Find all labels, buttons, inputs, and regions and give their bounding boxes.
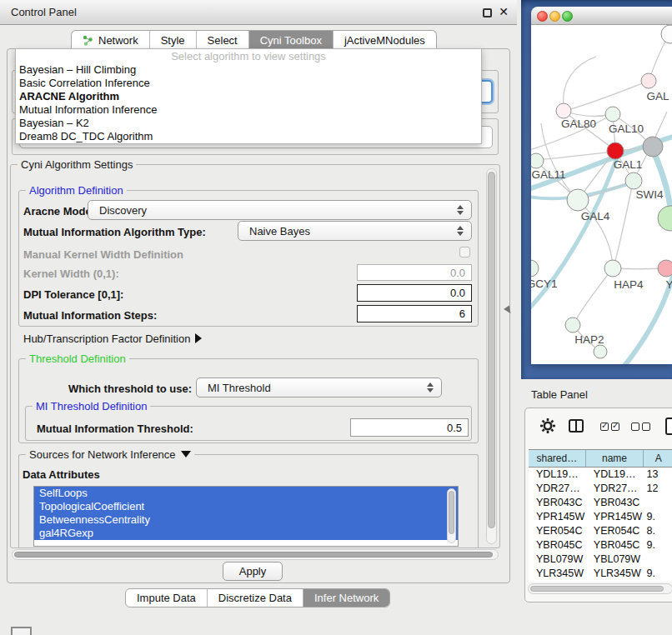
algorithm-option[interactable]: Dream8 DC_TDC Algorithm [16, 130, 481, 143]
network-node[interactable] [556, 103, 571, 118]
tab-cyni-toolbox[interactable]: Cyni Toolbox [249, 31, 333, 49]
threshold-definition-title: Threshold Definition [26, 352, 129, 365]
apply-button[interactable]: Apply [223, 562, 283, 581]
network-edge[interactable] [653, 150, 671, 215]
table-row[interactable]: YDR27…YDR27…12 [529, 482, 672, 496]
dpi-tolerance-label: DPI Tolerance [0,1]: [23, 288, 123, 301]
network-node[interactable] [565, 318, 580, 332]
network-node[interactable] [607, 142, 624, 159]
network-node[interactable] [567, 189, 589, 211]
table-row[interactable]: YBL079WYBL079W [529, 552, 672, 567]
zoom-traffic-light[interactable] [562, 11, 573, 22]
select-all-check-icon-2[interactable] [611, 422, 619, 431]
data-attribute-item[interactable]: gal4RGexp [34, 527, 458, 540]
column-header-2[interactable]: name [586, 450, 644, 467]
list-scrollbar-track[interactable] [447, 488, 456, 543]
table-row[interactable]: YBR045CYBR045C9. [529, 538, 672, 552]
network-node[interactable] [625, 172, 642, 189]
deselect-all-icon[interactable] [631, 422, 639, 431]
network-node[interactable] [594, 345, 607, 358]
table-row[interactable]: YDL19…YDL19…13 [529, 468, 672, 482]
network-canvas[interactable]: GALGAL80GAL10GAL1GAL11SWI4GAL4GCY1HAP4YH… [531, 25, 672, 364]
network-node[interactable] [658, 206, 672, 231]
table-hscrollbar-thumb[interactable] [530, 586, 664, 592]
combo-spinner-icon [457, 204, 464, 216]
manual-kernel-checkbox[interactable] [459, 247, 470, 258]
data-attributes-label: Data Attributes [23, 468, 100, 481]
sources-title[interactable]: Sources for Network Inference [26, 448, 194, 461]
network-window[interactable]: GALGAL80GAL10GAL1GAL11SWI4GAL4GCY1HAP4YH… [531, 7, 672, 364]
kernel-width-input[interactable] [357, 264, 472, 281]
document-icon[interactable] [665, 418, 672, 435]
tab-jactivemnodules[interactable]: jActiveMNodules [333, 31, 436, 49]
close-traffic-light[interactable] [537, 11, 548, 22]
network-node[interactable] [643, 137, 663, 157]
network-node[interactable] [531, 260, 539, 277]
tab-impute-data[interactable]: Impute Data [126, 589, 208, 607]
expand-arrow-icon [195, 333, 202, 343]
which-threshold-combo[interactable]: MI Threshold [196, 378, 442, 398]
algorithm-dropdown-list[interactable]: Select algorithm to view settings Bayesi… [15, 48, 482, 144]
network-edge[interactable] [570, 81, 649, 109]
algorithm-option[interactable]: Basic Correlation Inference [16, 77, 481, 90]
network-node[interactable] [604, 260, 621, 277]
column-header-3[interactable]: A [644, 450, 672, 467]
mi-type-value: Naive Bayes [249, 225, 310, 238]
deselect-all-icon-2[interactable] [642, 422, 650, 431]
panel-title: Control Panel [11, 6, 77, 18]
settings-scrollbar-track[interactable] [486, 168, 497, 544]
algorithm-option[interactable]: Mutual Information Inference [16, 103, 481, 117]
tab-discretize-data[interactable]: Discretize Data [208, 589, 303, 607]
algorithm-option[interactable]: ARACNE Algorithm [16, 90, 481, 103]
column-browser-icon[interactable] [569, 419, 584, 432]
data-attribute-item[interactable]: TopologicalCoefficient [34, 500, 458, 513]
mi-type-combo[interactable]: Naive Bayes [238, 221, 472, 241]
network-node[interactable] [641, 73, 656, 88]
table-row[interactable]: YBR043CYBR043C [529, 496, 672, 510]
aracne-mode-value: Discovery [99, 204, 147, 217]
table-hscrollbar-track[interactable] [528, 583, 672, 594]
tab-network[interactable]: Network [72, 31, 150, 49]
network-node[interactable] [605, 107, 620, 122]
dpi-tolerance-input[interactable] [357, 284, 472, 302]
gear-icon[interactable] [539, 418, 556, 434]
tab-infer-network[interactable]: Infer Network [303, 589, 389, 607]
aracne-mode-combo[interactable]: Discovery [88, 200, 472, 220]
network-edge[interactable] [614, 268, 664, 269]
select-all-check-icon[interactable] [600, 422, 609, 431]
hub-definition-toggle[interactable]: Hub/Transcription Factor Definition [23, 332, 202, 345]
table-body: YDL19…YDL19…13YDR27…YDR27…12YBR043CYBR04… [529, 468, 672, 582]
settings-hscrollbar-thumb[interactable] [14, 552, 493, 558]
table-panel: shared…nameA YDL19…YDL19…13YDR27…YDR27…1… [524, 408, 672, 602]
data-attribute-item[interactable]: SelfLoops [34, 487, 458, 500]
minimized-panel-stub[interactable] [11, 627, 32, 635]
data-attributes-list[interactable]: SelfLoopsTopologicalCoefficientBetweenne… [33, 486, 459, 547]
network-edge[interactable] [574, 269, 612, 324]
network-node[interactable] [661, 25, 672, 43]
network-node[interactable] [658, 260, 672, 277]
network-window-titlebar[interactable] [531, 7, 672, 25]
table-row[interactable]: YIL052CYIL052C9 [529, 581, 672, 582]
table-header-row[interactable]: shared…nameA [529, 449, 672, 468]
list-scrollbar-thumb[interactable] [449, 491, 454, 534]
float-window-icon[interactable] [483, 8, 492, 18]
settings-scrollbar-thumb[interactable] [488, 172, 495, 528]
network-node[interactable] [531, 153, 544, 168]
minimize-traffic-light[interactable] [549, 11, 560, 22]
algorithm-option[interactable]: Bayesian – Hill Climbing [16, 63, 481, 77]
table-row[interactable]: YLR345WYLR345W9. [529, 567, 672, 581]
tab-style[interactable]: Style [150, 31, 197, 49]
close-icon[interactable]: ✕ [499, 5, 509, 18]
column-header-1[interactable]: shared… [529, 450, 586, 467]
settings-hscrollbar-track[interactable] [12, 549, 499, 560]
algorithm-option[interactable]: Bayesian – K2 [16, 117, 481, 130]
table-row[interactable]: YER054CYER054C8. [529, 524, 672, 538]
network-edge[interactable] [614, 182, 633, 268]
bottom-tabbar: Impute DataDiscretize DataInfer Network [125, 588, 390, 608]
control-panel-titlebar[interactable]: Control Panel ✕ [0, 0, 517, 25]
mi-threshold-input[interactable] [350, 418, 469, 437]
mi-steps-input[interactable] [357, 305, 472, 322]
data-attribute-item[interactable]: BetweennessCentrality [34, 513, 458, 527]
table-row[interactable]: YPR145WYPR145W9. [529, 510, 672, 524]
tab-select[interactable]: Select [197, 31, 249, 49]
